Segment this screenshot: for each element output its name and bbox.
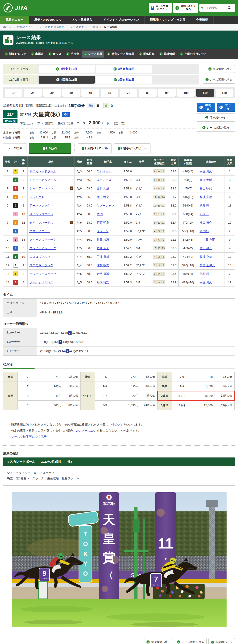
print-page-button[interactable]: 印刷用ページ	[197, 114, 235, 122]
jockey-link[interactable]: D.レーン	[97, 230, 109, 233]
race-1r-button[interactable]: 1R	[5, 89, 22, 96]
jockey-link[interactable]: 川田 将雅	[97, 238, 109, 241]
trainer-link[interactable]: 中内田 充正	[200, 238, 215, 241]
trainer-link[interactable]: 加藤 士津八	[200, 264, 215, 267]
back-to-kaisai-button[interactable]: ▲開催選択へ戻る	[206, 65, 235, 73]
trainer-link[interactable]: 武井 亮	[200, 204, 209, 207]
jra-plus10-link[interactable]: JRAプラス10	[76, 429, 94, 432]
horse-link[interactable]: クイーンズウォーク	[29, 238, 56, 241]
tab-haraimodoshi[interactable]: ▶払戻金	[64, 50, 81, 58]
tab-kaisai-oshirase[interactable]: ▶開催お知らせ	[3, 50, 28, 58]
jockey-link[interactable]: A.プーシャン	[97, 204, 115, 207]
jockey-link[interactable]: 団野 大成	[97, 187, 109, 190]
nav-keibajo-wins[interactable]: 競馬場・ウインズ・指定席	[145, 16, 191, 24]
trainer-link[interactable]: 石橋 守	[200, 212, 209, 216]
horse-link[interactable]: エコロヴァルツ	[29, 255, 50, 258]
race-12r-button[interactable]: 12R	[216, 89, 233, 96]
horse-link[interactable]: シランケド	[29, 195, 44, 199]
tab-race-kekka[interactable]: ▶レース結果	[82, 50, 104, 58]
horse-link[interactable]: ミュージアムマイル	[29, 178, 56, 182]
print-page-button-bottom[interactable]: 印刷用ページ	[208, 638, 235, 644]
race-8r-button[interactable]: 8R	[139, 89, 156, 96]
tab-odds[interactable]: ▶オッズ	[46, 50, 63, 58]
corner4-order: (*13,8)(1,10)5(3,14)7(4,9)(2,12)6,11	[37, 346, 235, 356]
race-10r-button[interactable]: 10R	[177, 89, 195, 96]
race-9r-button[interactable]: 9R	[158, 89, 176, 96]
nav-keiba-menu[interactable]: 競馬メニュー	[0, 16, 29, 24]
shutsuba-button[interactable]: ▶出馬表	[197, 103, 215, 112]
horse-link[interactable]: セイウンハーデス	[29, 221, 53, 224]
trainer-link[interactable]: 牧浦 充徳	[200, 195, 212, 199]
trainer-link[interactable]: 堀 宣行	[200, 230, 209, 233]
tab-shutsuba[interactable]: ▶出馬表	[29, 50, 46, 58]
tab-chumoku-race[interactable]: ▶今週の注目レース	[178, 50, 209, 58]
corner-pos: 13	[157, 246, 161, 250]
faq-button[interactable]: ? お問い合わせFAQ	[173, 3, 198, 13]
breadcrumb-race-select[interactable]: レース結果 レース選択	[70, 25, 98, 29]
back-to-kaisai-button-bottom[interactable]: ▲開催選択へ戻る	[144, 638, 173, 644]
horse-link[interactable]: ホウオウビスケッツ	[29, 272, 56, 276]
trainer-link[interactable]: 奥村 武	[200, 272, 209, 276]
jockey-link[interactable]: C.ルメール	[97, 170, 112, 173]
net-voting-login-button[interactable]: ネット投票ログイン	[149, 3, 172, 13]
back-to-race-select-button-bottom[interactable]: ▲レース選択へ戻る	[175, 638, 207, 644]
venue-tokyo10-button[interactable]: ▶4回東京10日	[39, 65, 95, 73]
race-5r-button[interactable]: 5R	[81, 89, 99, 96]
jockey-link[interactable]: 岩田 康誠	[97, 272, 109, 276]
back-to-race-select-button[interactable]: ▲レース選択へ戻る	[203, 76, 235, 84]
jockey-link[interactable]: 戸崎 圭太	[97, 246, 109, 250]
jockey-link[interactable]: C.デムーロ	[97, 178, 112, 182]
race-3r-button[interactable]: 3R	[43, 89, 61, 96]
play-button[interactable]: PLAY	[29, 143, 71, 153]
race-7r-button[interactable]: 7R	[120, 89, 137, 96]
jockey-link[interactable]: 三浦 皇成	[97, 255, 109, 258]
horse-link[interactable]: コスモキュランダ	[29, 264, 53, 267]
horse-link[interactable]: メイショウタバル	[29, 212, 53, 216]
trainer-link[interactable]: 橋口 慎介	[200, 221, 212, 224]
race-2r-button[interactable]: 2R	[24, 89, 41, 96]
race-11r-button[interactable]: 11R	[196, 89, 214, 96]
trainer-link[interactable]: 高柳 大輔	[200, 178, 212, 182]
horse-link[interactable]: ソールオリエンス	[29, 281, 53, 284]
trainer-link[interactable]: 杉山 晴紀	[200, 187, 212, 190]
breadcrumb-home[interactable]: ホーム	[3, 25, 11, 29]
jockey-link[interactable]: 菅原 明良	[97, 221, 109, 224]
jockey-link[interactable]: 武 豊	[97, 212, 104, 216]
nav-baken-umaca[interactable]: 馬券・JRA-UMACA	[29, 16, 66, 24]
tokubarai-link[interactable]: 特払い	[112, 423, 120, 426]
jockey-link[interactable]: 横山 武史	[97, 195, 109, 199]
search-icon[interactable]	[228, 6, 231, 10]
breadcrumb-kaisai-select[interactable]: レース結果 開催選択	[39, 25, 64, 29]
tab-tokubetsu-toroku[interactable]: ▶特別レース登録馬	[105, 50, 136, 58]
odds-button[interactable]: ▶オッズ	[217, 103, 235, 112]
nav-net-baken[interactable]: ネット馬券購入	[66, 16, 98, 24]
nav-event-promotion[interactable]: イベント・プロモーション	[98, 16, 145, 24]
jockey-link[interactable]: 丹内 祐次	[97, 281, 109, 284]
jockey-link[interactable]: 津村 明秀	[97, 264, 109, 267]
venue-tokyo11-button[interactable]: ▼4回東京11日	[39, 76, 95, 84]
trainer-link[interactable]: 宮田 敬介	[200, 246, 212, 250]
trainer-link[interactable]: 牧浦 充徳	[200, 255, 212, 258]
jockey-interview-button[interactable]: 騎手インタビュー	[114, 143, 151, 153]
horse-link[interactable]: ブレイディヴェーグ	[29, 246, 56, 250]
race-symbols-link[interactable]: レースや騎手等につく記号	[11, 435, 47, 438]
patrol-video-button[interactable]: 全周パトロール	[78, 143, 112, 153]
nav-corporate[interactable]: 企業情報	[191, 16, 214, 24]
trainer-link[interactable]: 手塚 貴久	[200, 170, 212, 173]
horse-link[interactable]: アーバンシック	[29, 204, 50, 207]
venue-kyoto10-button[interactable]: ▶3回京都10日	[96, 65, 152, 73]
search-input[interactable]	[201, 6, 228, 10]
horse-link[interactable]: タスティエーラ	[29, 230, 50, 233]
race-4r-button[interactable]: 4R	[62, 89, 80, 96]
horse-link[interactable]: マスカレードボール	[29, 170, 56, 173]
race-6r-button[interactable]: 6R	[101, 89, 118, 96]
tab-kaisai-nittei[interactable]: ▶開催日程	[137, 50, 157, 58]
result-guide-button[interactable]: ▶レース結果の見方	[197, 124, 235, 132]
venue-kyoto11-button[interactable]: ▶3回京都11日	[96, 76, 152, 84]
tab-baba-joho[interactable]: ▶馬場情報	[157, 50, 177, 58]
trainer-link[interactable]: 手塚 貴久	[200, 281, 212, 284]
video-label: レース映像	[3, 143, 26, 153]
jra-logo[interactable]: JRA	[3, 3, 28, 13]
breadcrumb-keiba-menu[interactable]: 競馬メニュー	[17, 25, 34, 29]
horse-link[interactable]: ジャスティンパレス	[29, 187, 56, 190]
